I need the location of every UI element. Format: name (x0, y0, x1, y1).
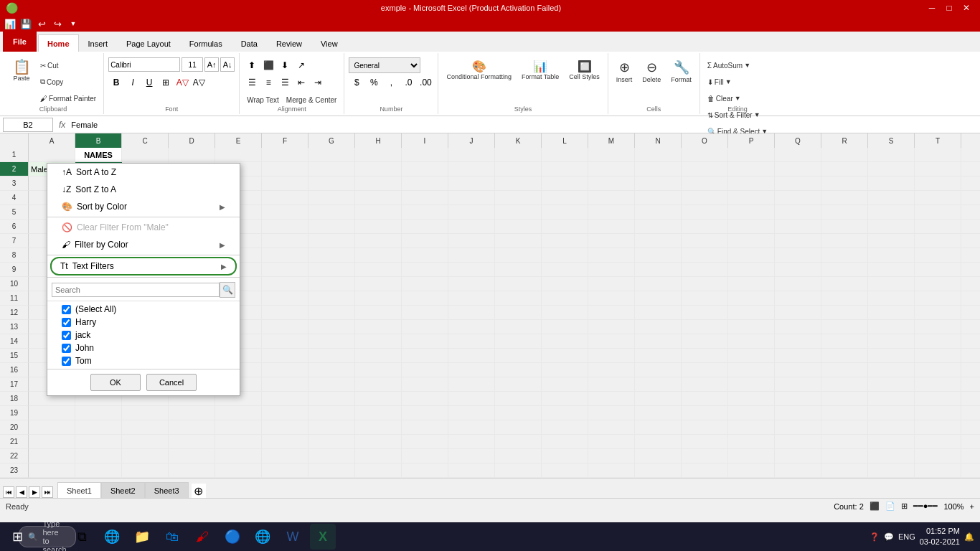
grid-cell[interactable] (635, 334, 682, 349)
grid-cell[interactable] (588, 334, 635, 349)
grid-cell[interactable] (821, 377, 868, 392)
minimize-button[interactable]: ─ (924, 1, 940, 14)
grid-cell[interactable] (402, 277, 448, 291)
tab-view[interactable]: View (311, 34, 347, 52)
grid-cell[interactable] (821, 220, 868, 234)
col-header-U[interactable]: U (961, 133, 980, 148)
excel-taskbar-icon[interactable]: X (310, 524, 336, 550)
grid-cell[interactable] (821, 306, 868, 320)
grid-cell[interactable] (821, 435, 868, 449)
first-sheet-button[interactable]: ⏮ (3, 486, 14, 498)
grid-cell[interactable] (915, 334, 961, 349)
grid-cell[interactable] (262, 406, 308, 420)
grid-cell[interactable] (29, 420, 75, 435)
grid-cell[interactable] (308, 420, 355, 435)
grid-cell[interactable] (961, 291, 980, 306)
grid-cell[interactable] (588, 435, 635, 449)
grid-cell[interactable] (682, 377, 728, 392)
cell-N1[interactable] (635, 148, 682, 162)
cell-N2[interactable] (635, 162, 682, 176)
grid-cell[interactable] (75, 406, 122, 420)
checkbox-item-0[interactable]: (Select All) (47, 303, 240, 316)
grid-cell[interactable] (588, 406, 635, 420)
col-header-P[interactable]: P (728, 133, 775, 148)
cell-T1[interactable] (915, 148, 961, 162)
checkbox-item-3[interactable]: John (47, 342, 240, 354)
grid-cell[interactable] (308, 291, 355, 306)
grid-cell[interactable] (495, 263, 542, 277)
file-explorer-icon[interactable]: 📁 (129, 524, 155, 550)
paste-button[interactable]: 📋 Paste (7, 57, 36, 84)
grid-cell[interactable] (448, 392, 495, 406)
grid-cell[interactable] (542, 392, 588, 406)
qat-dropdown-button[interactable]: ▼ (66, 17, 80, 30)
percent-button[interactable]: % (366, 75, 382, 90)
grid-cell[interactable] (215, 406, 262, 420)
cell-A1[interactable] (29, 148, 75, 162)
grid-cell[interactable] (728, 392, 775, 406)
grid-cell[interactable] (961, 263, 980, 277)
grid-cell[interactable] (262, 176, 308, 191)
grid-cell[interactable] (355, 420, 402, 435)
format-as-table-button[interactable]: 📊 Format Table (518, 57, 562, 83)
grid-cell[interactable] (495, 406, 542, 420)
italic-button[interactable]: I (125, 75, 141, 90)
grid-cell[interactable] (308, 176, 355, 191)
grid-cell[interactable] (682, 334, 728, 349)
grid-cell[interactable] (169, 420, 215, 435)
close-button[interactable]: ✕ (958, 1, 974, 14)
grid-cell[interactable] (448, 234, 495, 248)
grid-cell[interactable] (29, 406, 75, 420)
grid-cell[interactable] (775, 191, 821, 205)
grid-cell[interactable] (448, 306, 495, 320)
comma-button[interactable]: , (383, 75, 399, 90)
grid-cell[interactable] (308, 392, 355, 406)
grid-cell[interactable] (775, 463, 821, 478)
cell-C1[interactable] (122, 148, 169, 162)
grid-cell[interactable] (355, 191, 402, 205)
grid-cell[interactable] (821, 191, 868, 205)
grid-cell[interactable] (542, 334, 588, 349)
grid-cell[interactable] (728, 220, 775, 234)
grid-cell[interactable] (588, 176, 635, 191)
grid-cell[interactable] (355, 392, 402, 406)
grid-cell[interactable] (169, 406, 215, 420)
fill-button[interactable]: ⬇ Fill ▼ (705, 74, 735, 90)
cell-I2[interactable] (402, 162, 448, 176)
grid-cell[interactable] (915, 277, 961, 291)
grid-cell[interactable] (775, 420, 821, 435)
grid-cell[interactable] (868, 449, 915, 463)
grid-cell[interactable] (682, 291, 728, 306)
grid-cell[interactable] (448, 334, 495, 349)
grid-cell[interactable] (215, 449, 262, 463)
grid-cell[interactable] (635, 220, 682, 234)
grid-cell[interactable] (542, 449, 588, 463)
grid-cell[interactable] (542, 377, 588, 392)
grid-cell[interactable] (728, 334, 775, 349)
grid-cell[interactable] (821, 277, 868, 291)
clear-button[interactable]: 🗑 Clear ▼ (705, 90, 744, 106)
cell-J2[interactable] (448, 162, 495, 176)
grid-cell[interactable] (915, 449, 961, 463)
grid-cell[interactable] (728, 320, 775, 334)
store-icon[interactable]: 🛍 (159, 524, 185, 550)
grid-cell[interactable] (448, 406, 495, 420)
grid-cell[interactable] (355, 363, 402, 377)
grid-cell[interactable] (448, 349, 495, 363)
grid-cell[interactable] (448, 363, 495, 377)
checkbox-item-4[interactable]: Tom (47, 354, 240, 367)
font-size-increase-button[interactable]: A↑ (204, 57, 219, 72)
grid-cell[interactable] (542, 191, 588, 205)
grid-cell[interactable] (821, 248, 868, 263)
grid-cell[interactable] (682, 406, 728, 420)
grid-cell[interactable] (402, 406, 448, 420)
grid-cell[interactable] (961, 176, 980, 191)
grid-cell[interactable] (682, 392, 728, 406)
grid-cell[interactable] (961, 248, 980, 263)
grid-cell[interactable] (262, 277, 308, 291)
grid-cell[interactable] (495, 463, 542, 478)
grid-cell[interactable] (868, 320, 915, 334)
grid-cell[interactable] (915, 306, 961, 320)
decrease-indent-button[interactable]: ⇤ (293, 75, 309, 90)
cell-P2[interactable] (728, 162, 775, 176)
